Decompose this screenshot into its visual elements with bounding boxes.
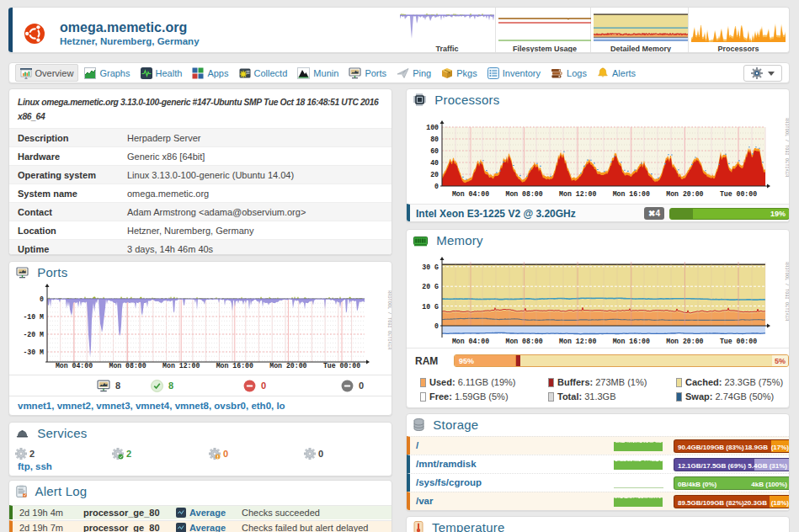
svg-text:Mon 20:00: Mon 20:00 — [666, 338, 703, 345]
svg-text:Mon 04:00: Mon 04:00 — [452, 190, 489, 198]
svg-text:Mon 08:00: Mon 08:00 — [109, 362, 146, 370]
svg-text:Mon 04:00: Mon 04:00 — [56, 362, 93, 370]
svg-text:Mon 04:00: Mon 04:00 — [452, 338, 489, 345]
svg-text:-20 M: -20 M — [23, 331, 44, 338]
svg-text:-30 M: -30 M — [23, 348, 44, 356]
svg-text:0: 0 — [40, 295, 44, 303]
svg-text:20: 20 — [430, 171, 439, 178]
svg-text:40: 40 — [430, 159, 439, 167]
svg-text:Mon 16:00: Mon 16:00 — [613, 190, 650, 198]
svg-text:Mon 08:00: Mon 08:00 — [505, 190, 542, 198]
svg-text:80: 80 — [430, 136, 439, 143]
svg-text:Mon 16:00: Mon 16:00 — [613, 338, 650, 345]
svg-text:60: 60 — [430, 147, 439, 155]
svg-text:Mon 20:00: Mon 20:00 — [269, 362, 306, 370]
svg-text:30 G: 30 G — [422, 263, 439, 271]
svg-text:20 G: 20 G — [422, 283, 439, 290]
svg-text:Tue 00:00: Tue 00:00 — [720, 190, 757, 198]
svg-text:0: 0 — [434, 183, 439, 190]
svg-text:Tue 00:00: Tue 00:00 — [720, 338, 757, 345]
svg-text:Mon 12:00: Mon 12:00 — [559, 190, 596, 198]
svg-text:Mon 12:00: Mon 12:00 — [162, 362, 200, 370]
svg-text:Mon 16:00: Mon 16:00 — [216, 362, 253, 370]
svg-text:Mon 12:00: Mon 12:00 — [559, 338, 596, 345]
svg-text:10 G: 10 G — [422, 303, 439, 311]
svg-text:100: 100 — [426, 124, 439, 131]
svg-text:Mon 08:00: Mon 08:00 — [505, 338, 542, 345]
svg-text:-10 M: -10 M — [23, 313, 44, 321]
svg-text:0: 0 — [434, 322, 439, 330]
svg-text:Mon 20:00: Mon 20:00 — [666, 190, 703, 198]
svg-text:Tue 00:00: Tue 00:00 — [323, 362, 360, 370]
